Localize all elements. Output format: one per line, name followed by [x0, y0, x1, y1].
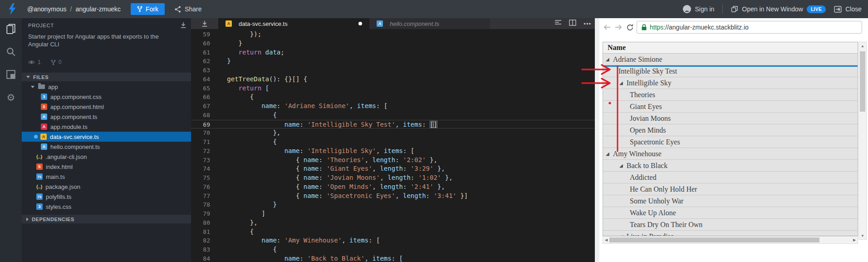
code-line[interactable]: 75{ name: 'Jovian Moons', length: '1:02'… — [191, 173, 595, 183]
angular-service-icon: A — [40, 133, 47, 140]
code-line[interactable]: 59}); — [191, 30, 595, 39]
scroll-right-icon[interactable]: ▶ — [851, 237, 858, 243]
code-line[interactable]: 73{ name: 'Theories', length: '2:02' }, — [191, 156, 595, 165]
editor-preview-splitter[interactable] — [595, 18, 599, 262]
file-row[interactable]: Ahello.component.ts — [22, 142, 191, 152]
settings-gear-icon[interactable]: ⚙ — [5, 92, 16, 103]
code-line[interactable]: 63 — [191, 66, 595, 75]
file-row[interactable]: Adata-svc.service.ts — [22, 132, 191, 142]
tree-row[interactable]: Open Minds — [603, 124, 858, 136]
split-editor-icon[interactable] — [569, 20, 576, 28]
code-line[interactable]: 68{ — [191, 111, 595, 120]
code-line[interactable]: 76{ name: 'Open Minds', length: '2:41' }… — [191, 183, 595, 192]
file-row[interactable]: 3app.component.css — [22, 92, 191, 102]
code-line[interactable]: 83{ — [191, 245, 595, 254]
open-in-new-window-button[interactable]: Open in New Window LIVE — [731, 5, 826, 13]
share-button[interactable]: Share — [175, 5, 201, 13]
code-line[interactable]: 65return [ — [191, 84, 595, 93]
tree-row[interactable]: Spacetronic Eyes — [603, 136, 858, 148]
horizontal-scrollbar-thumb[interactable] — [609, 237, 819, 242]
search-icon[interactable] — [5, 46, 16, 57]
tree-row[interactable]: Intelligible Sky Test — [603, 65, 858, 77]
code-line[interactable]: 81{ — [191, 227, 595, 237]
dependencies-section-header[interactable]: DEPENDENCIES — [22, 215, 191, 223]
tree-row[interactable]: ◢Back to Black — [603, 160, 858, 172]
editor-tab[interactable]: Ahello.component.ts — [369, 18, 490, 29]
tree-row[interactable]: Addicted — [603, 172, 858, 183]
refresh-icon[interactable] — [625, 22, 635, 32]
file-row[interactable]: 5index.html — [22, 162, 191, 172]
scroll-down-icon[interactable]: ▼ — [859, 232, 866, 239]
file-row[interactable]: Aapp.component.ts — [22, 112, 191, 122]
tree-row[interactable]: Tears Dry On Their Own — [603, 219, 858, 231]
code-line[interactable]: 84name: 'Back to Black', items: [ — [191, 254, 595, 262]
forward-icon[interactable] — [613, 22, 623, 32]
url-address-bar[interactable]: https://angular-zmuekc.stackblitz.io — [637, 21, 862, 34]
tree-row[interactable]: Jovian Moons — [603, 113, 858, 124]
tree-row[interactable]: Giant Eyes — [603, 101, 858, 113]
tree-expanded-icon[interactable]: ◢ — [606, 57, 609, 62]
code-line[interactable]: 80}, — [191, 218, 595, 227]
tree-row[interactable]: He Can Only Hold Her — [603, 183, 858, 195]
back-icon[interactable] — [602, 22, 612, 32]
tree-row[interactable]: Wake Up Alone — [603, 207, 858, 219]
close-panel-icon — [834, 6, 842, 13]
download-file-icon[interactable] — [191, 18, 218, 29]
project-files-icon[interactable] — [5, 24, 16, 35]
more-actions-icon[interactable]: ••• — [584, 21, 591, 27]
file-row[interactable]: app — [22, 82, 191, 92]
stackblitz-logo-icon[interactable] — [7, 3, 17, 15]
code-editor[interactable]: 59});60}61return data;62}6364getTreeData… — [191, 29, 595, 262]
tree-grid-header[interactable]: Name — [603, 42, 858, 54]
vertical-scrollbar-thumb[interactable] — [860, 51, 865, 112]
close-button[interactable]: Close — [834, 5, 862, 13]
code-line[interactable]: 66{ — [191, 93, 595, 102]
code-line[interactable]: 71{ — [191, 138, 595, 147]
code-line[interactable]: 77{ name: 'Spacetronic Eyes', length: '3… — [191, 192, 595, 201]
scroll-up-icon[interactable]: ▲ — [859, 42, 866, 49]
outline-icon[interactable] — [554, 20, 562, 28]
line-number: 76 — [191, 183, 216, 192]
code-line[interactable]: 64getTreeData(): {}[] { — [191, 75, 595, 84]
code-line[interactable]: 60} — [191, 39, 595, 48]
code-line[interactable]: 82name: 'Amy Winehouse', items: [ — [191, 236, 595, 245]
editor-layout-icon[interactable] — [5, 69, 16, 80]
code-line[interactable]: 74{ name: 'Giant Eyes', length: '3:29' }… — [191, 164, 595, 173]
breadcrumb-project[interactable]: angular-zmuekc — [75, 5, 121, 13]
tree-row[interactable]: ◢Adriane Simione — [603, 54, 858, 65]
code-line[interactable]: 62} — [191, 57, 595, 66]
code-line[interactable]: 69name: 'Intelligible Sky Test', items: … — [191, 120, 595, 129]
code-line[interactable]: 61return data; — [191, 48, 595, 57]
tree-row[interactable]: Theories — [603, 89, 858, 101]
code-line[interactable]: 67name: 'Adriane Simione', items: [ — [191, 102, 595, 111]
file-row[interactable]: {..}package.json — [22, 182, 191, 192]
file-row[interactable]: TSmain.ts — [22, 172, 191, 182]
download-project-icon[interactable] — [180, 22, 186, 29]
sign-in-button[interactable]: Sign in — [682, 5, 715, 14]
tree-row[interactable]: ◢Live in Paradiso — [603, 231, 858, 236]
code-line[interactable]: 78} — [191, 200, 595, 209]
code-line[interactable]: 70}, — [191, 129, 595, 138]
file-row[interactable]: TSpolyfills.ts — [22, 192, 191, 202]
tree-row[interactable]: Some Unholy War — [603, 195, 858, 207]
line-number: 62 — [191, 57, 216, 66]
vertical-scrollbar[interactable]: ▲ ▼ — [858, 42, 867, 240]
editor-tab[interactable]: Adata-svc.service.ts — [218, 18, 369, 29]
tree-row[interactable]: ◢Amy Winehouse — [603, 148, 858, 160]
files-section-header[interactable]: FILES — [22, 73, 191, 81]
tree-row[interactable]: ◢Intelligible Sky — [603, 77, 858, 89]
fork-button[interactable]: Fork — [131, 3, 165, 15]
tree-expanded-icon[interactable]: ◢ — [619, 163, 623, 168]
file-row[interactable]: 5app.component.html — [22, 102, 191, 112]
tree-expanded-icon[interactable]: ◢ — [606, 152, 609, 156]
file-row[interactable]: Aapp.module.ts — [22, 122, 191, 132]
file-row[interactable]: 3styles.css — [22, 202, 191, 212]
scroll-left-icon[interactable]: ◀ — [603, 237, 609, 243]
tree-expanded-icon[interactable]: ◢ — [619, 81, 623, 85]
file-name: app.module.ts — [50, 124, 88, 130]
code-line[interactable]: 72name: 'Intelligible Sky', items: [ — [191, 147, 595, 156]
file-row[interactable]: {..}.angular-cli.json — [22, 152, 191, 162]
code-line[interactable]: 79] — [191, 209, 595, 218]
breadcrumb-user[interactable]: @anonymous — [27, 5, 67, 13]
horizontal-scrollbar[interactable]: ◀ ▶ — [603, 236, 858, 244]
